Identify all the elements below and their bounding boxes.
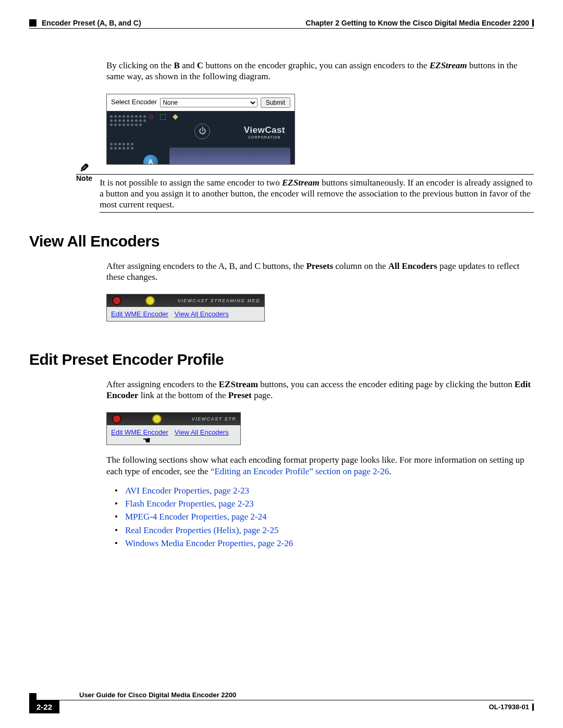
encoder-select[interactable]: None	[160, 98, 257, 107]
header-bar-icon	[532, 19, 534, 27]
edit-wme-encoder-link[interactable]: Edit WME Encoder	[111, 310, 168, 318]
heading-edit-preset-encoder-profile: Edit Preset Encoder Profile	[29, 350, 534, 369]
link-avi-encoder[interactable]: AVI Encoder Properties, page 2-23	[125, 486, 249, 496]
footer-marker-icon	[29, 693, 36, 700]
led-red-icon	[112, 414, 121, 424]
header-chapter: Chapter 2 Getting to Know the Cisco Digi…	[305, 19, 529, 27]
submit-button[interactable]: Submit	[261, 97, 290, 108]
status-green-icon: ⬚	[160, 112, 166, 121]
running-header: Encoder Preset (A, B, and C) Chapter 2 G…	[29, 19, 534, 27]
page-footer: User Guide for Cisco Digital Media Encod…	[29, 691, 534, 713]
sec2-paragraph: After assigning encoders to the EZStream…	[106, 379, 534, 401]
view-all-encoders-link[interactable]: View All Encoders	[175, 310, 229, 318]
viewcast-logo: ViewCastCORPORATION	[244, 125, 285, 140]
view-all-encoders-screenshot: VIEWCAST STREAMING MED Edit WME EncoderV…	[106, 294, 265, 322]
status-yellow-icon: ◆	[173, 112, 178, 121]
link-flash-encoder[interactable]: Flash Encoder Properties, page 2-23	[125, 499, 254, 509]
edit-wme-encoder-link[interactable]: Edit WME Encoder	[111, 428, 168, 436]
note-label: Note	[76, 174, 92, 183]
footer-bar-icon	[532, 704, 534, 711]
led-yellow-icon	[145, 296, 155, 305]
encoder-properties-list: AVI Encoder Properties, page 2-23 Flash …	[115, 485, 534, 549]
led-yellow-icon	[152, 414, 162, 424]
preset-a-button[interactable]: A	[142, 154, 159, 164]
tab-label: VIEWCAST STR	[191, 416, 236, 422]
tab-label: VIEWCAST STREAMING MED	[177, 298, 260, 303]
note-pencil-icon: ✎	[80, 163, 89, 174]
note-block: ✎ Note It is not possible to assign the …	[76, 174, 534, 213]
edit-encoder-screenshot: VIEWCAST STR Edit WME EncoderView All En…	[106, 412, 241, 445]
select-encoder-label: Select Encoder	[111, 98, 157, 106]
footer-doc-title: User Guide for Cisco Digital Media Encod…	[36, 691, 534, 700]
link-real-encoder[interactable]: Real Encoder Properties (Helix), page 2-…	[125, 525, 279, 535]
vent-dots-icon	[110, 115, 146, 151]
view-all-encoders-link[interactable]: View All Encoders	[175, 428, 229, 436]
heading-view-all-encoders: View All Encoders	[29, 231, 534, 251]
editing-profile-xref-link[interactable]: “Editing an Encoder Profile” section on …	[211, 466, 389, 476]
link-mpeg4-encoder[interactable]: MPEG-4 Encoder Properties, page 2-24	[125, 512, 266, 522]
after-paragraph: The following sections show what each en…	[106, 454, 534, 477]
power-icon: ⏻	[194, 124, 210, 139]
link-wm-encoder[interactable]: Windows Media Encoder Properties, page 2…	[125, 538, 293, 548]
header-section: Encoder Preset (A, B, and C)	[42, 19, 141, 27]
lcd-panel	[169, 147, 290, 164]
header-marker-icon	[29, 19, 36, 27]
sec1-paragraph: After assigning encoders to the A, B, an…	[106, 261, 534, 283]
status-red-icon: ⦸	[149, 112, 153, 121]
doc-number: OL-17938-01	[489, 703, 529, 711]
hand-cursor-icon: ☚	[142, 435, 151, 446]
led-red-icon	[112, 296, 121, 305]
select-encoder-screenshot: Select Encoder None Submit ⦸⬚◆ ⏻ ViewCas…	[106, 94, 295, 165]
intro-paragraph: By clicking on the B and C buttons on th…	[106, 60, 534, 82]
page-number: 2-22	[29, 700, 59, 713]
